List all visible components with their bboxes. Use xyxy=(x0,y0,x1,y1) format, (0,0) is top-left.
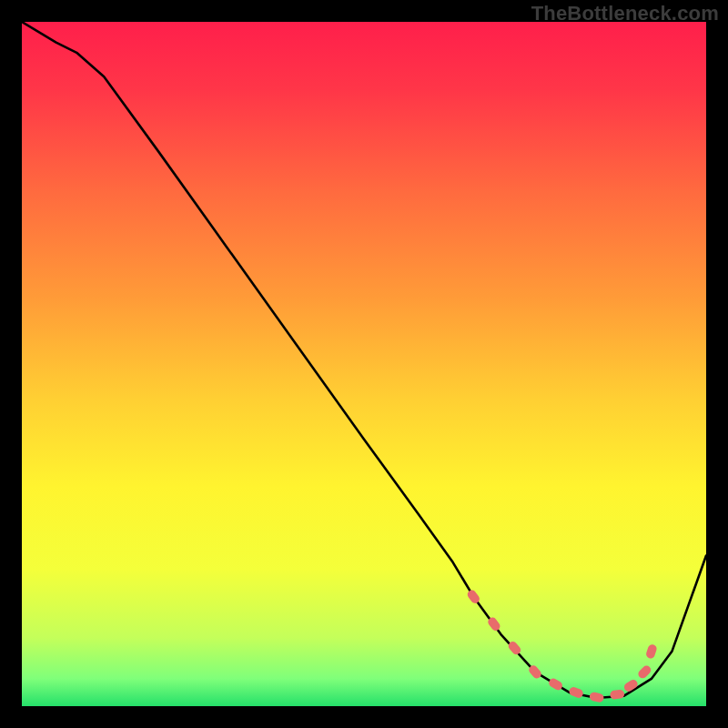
chart-background xyxy=(22,22,706,706)
chart-svg xyxy=(22,22,706,706)
chart-frame: TheBottleneck.com xyxy=(0,0,728,728)
watermark-text: TheBottleneck.com xyxy=(531,2,719,25)
plot-area xyxy=(22,22,706,706)
